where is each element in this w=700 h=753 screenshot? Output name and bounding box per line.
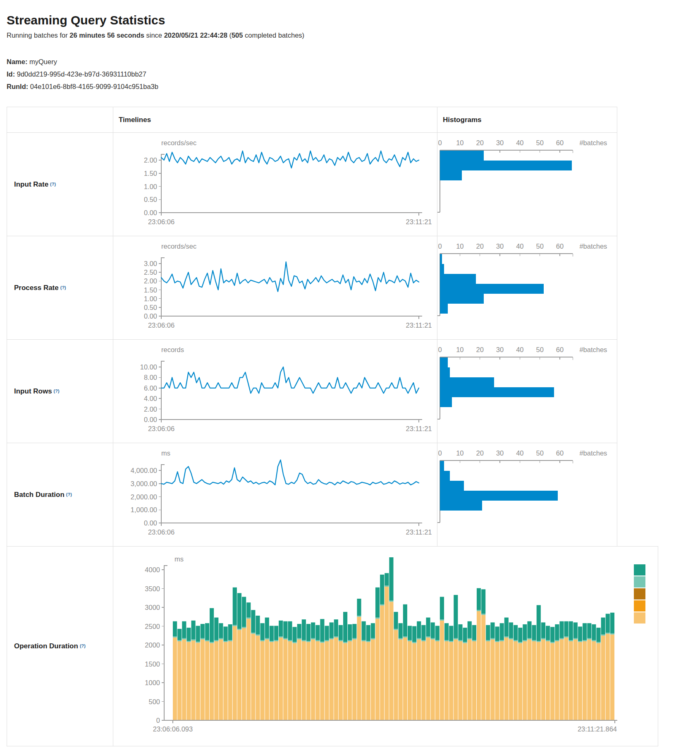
input-rows-help-icon[interactable]: (?) bbox=[54, 388, 60, 393]
stacked-bar-segment bbox=[454, 638, 458, 640]
stacked-bar-segment bbox=[514, 625, 518, 640]
query-name-label: Name: bbox=[7, 58, 27, 65]
query-name-value: myQuery bbox=[29, 58, 57, 65]
hist-bar bbox=[440, 254, 442, 264]
stacked-bar-segment bbox=[265, 639, 269, 720]
stacked-bar-segment bbox=[343, 643, 347, 720]
stacked-bar-segment bbox=[274, 626, 278, 640]
table-header-row: Timelines Histograms bbox=[7, 107, 617, 133]
stacked-bar-segment bbox=[385, 573, 389, 585]
hist-tick-label: 50 bbox=[536, 449, 543, 457]
input-rate-timeline-chart: records/sec2.001.501.000.500.0023:06:062… bbox=[113, 133, 437, 236]
stacked-bar-segment bbox=[490, 622, 495, 638]
stacked-bar-segment bbox=[518, 643, 522, 720]
stacked-bar-segment bbox=[541, 639, 545, 720]
hist-tick-label: 30 bbox=[496, 449, 504, 457]
hist-bar bbox=[440, 264, 444, 274]
input-rows-histogram-svg: 0102030405060#batches bbox=[437, 340, 617, 443]
stacked-bar-segment bbox=[371, 623, 375, 638]
stacked-bar-segment bbox=[449, 642, 453, 720]
stacked-bar-segment bbox=[399, 638, 403, 640]
process-rate-label: Process Rate(?) bbox=[7, 236, 113, 339]
stacked-bar-segment bbox=[270, 626, 274, 641]
stacked-bar-segment bbox=[546, 640, 550, 641]
stacked-bar-segment bbox=[555, 641, 559, 720]
stacked-bar-segment bbox=[371, 639, 375, 720]
stacked-bar-segment bbox=[334, 638, 338, 720]
stacked-bar-segment bbox=[573, 622, 578, 638]
stacked-bar-segment bbox=[601, 618, 605, 635]
stacked-bar-segment bbox=[177, 641, 182, 720]
x-right-label: 23:11:21 bbox=[406, 321, 432, 329]
stacked-bar-segment bbox=[233, 588, 237, 625]
hist-tick-label: 0 bbox=[438, 139, 442, 146]
stacked-bar-segment bbox=[191, 640, 196, 720]
stacked-bar-segment bbox=[210, 643, 214, 720]
process-rate-histogram-cell: 0102030405060#batches bbox=[437, 236, 617, 339]
process-rate-timeline-svg: records/sec3.002.502.001.501.000.500.002… bbox=[113, 236, 437, 339]
stacked-bar-segment bbox=[399, 623, 403, 638]
stacked-bar-segment bbox=[426, 636, 430, 638]
y-tick-label: 500 bbox=[148, 698, 160, 705]
stacked-bar-segment bbox=[214, 618, 218, 640]
stacked-bar-segment bbox=[546, 641, 550, 720]
stacked-bar-segment bbox=[444, 640, 449, 641]
stacked-bar-segment bbox=[357, 617, 361, 720]
x-left-label: 23:06:06.093 bbox=[153, 725, 193, 733]
operation-duration-legend bbox=[634, 564, 645, 624]
legend-swatch bbox=[634, 564, 645, 576]
stacked-bar-segment bbox=[527, 639, 531, 720]
batch-duration-help-icon[interactable]: (?) bbox=[66, 492, 72, 497]
stacked-bar-segment bbox=[270, 642, 274, 720]
operation-duration-label: Operation Duration(?) bbox=[7, 547, 113, 746]
stacked-bar-segment bbox=[527, 621, 531, 638]
stacked-bar-segment bbox=[297, 624, 301, 638]
input-rows-histogram-cell: 0102030405060#batches bbox=[437, 340, 617, 443]
stacked-bar-segment bbox=[237, 593, 241, 628]
stacked-bar-segment bbox=[380, 605, 384, 720]
query-runid-label: RunId: bbox=[7, 83, 28, 90]
stacked-bar-segment bbox=[559, 621, 564, 638]
stacked-bar-segment bbox=[573, 639, 578, 720]
stacked-bar-segment bbox=[279, 638, 283, 720]
hist-bar bbox=[440, 294, 484, 304]
y-tick-label: 1.00 bbox=[144, 295, 157, 302]
stacked-bar-segment bbox=[385, 587, 389, 720]
legend-swatch bbox=[634, 588, 645, 600]
hist-tick-label: 20 bbox=[476, 242, 483, 250]
input-rate-label: Input Rate(?) bbox=[7, 133, 113, 236]
stacked-bar-segment bbox=[288, 641, 292, 720]
input-rate-timeline-svg: records/sec2.001.501.000.500.0023:06:062… bbox=[113, 133, 437, 236]
input-rate-help-icon[interactable]: (?) bbox=[50, 182, 56, 187]
stacked-bar-segment bbox=[472, 640, 476, 641]
stacked-bar-segment bbox=[274, 640, 278, 641]
stacked-bar-segment bbox=[449, 626, 453, 641]
stacked-bar-segment bbox=[532, 641, 536, 720]
hist-bar bbox=[440, 387, 554, 397]
summary-paren-close: completed batches) bbox=[243, 31, 304, 39]
stacked-bar-segment bbox=[412, 626, 416, 642]
stacked-bar-segment bbox=[357, 599, 361, 616]
unit-label: ms bbox=[174, 555, 184, 563]
stacked-bar-segment bbox=[311, 639, 315, 720]
stacked-bar-segment bbox=[375, 588, 380, 618]
stacked-bar-segment bbox=[477, 611, 481, 720]
process-rate-timeline-cell: records/sec3.002.502.001.501.000.500.002… bbox=[113, 236, 437, 339]
stacked-bar-segment bbox=[293, 627, 297, 642]
y-tick-label: 0.00 bbox=[144, 209, 157, 216]
operation-duration-chart: ms4000350030002500200015001000500023:06:… bbox=[113, 547, 658, 746]
operation-duration-help-icon[interactable]: (?) bbox=[80, 643, 86, 648]
query-metadata: Name: myQuery Id: 9d0dd219-995d-423e-b97… bbox=[7, 55, 158, 93]
y-tick-label: 0.00 bbox=[144, 416, 157, 423]
stacked-bar-segment bbox=[205, 641, 209, 720]
stacked-bar-segment bbox=[306, 641, 311, 642]
row-process-rate: Process Rate(?) records/sec3.002.502.001… bbox=[7, 236, 617, 340]
stacked-bar-segment bbox=[173, 638, 177, 720]
stacked-bar-segment bbox=[219, 639, 223, 720]
timeline-line bbox=[161, 460, 419, 485]
process-rate-help-icon[interactable]: (?) bbox=[60, 285, 66, 290]
y-tick-label: 2000 bbox=[145, 641, 160, 649]
stacked-bar-segment bbox=[214, 641, 218, 720]
stacked-bar-segment bbox=[440, 597, 444, 620]
stacked-bar-segment bbox=[444, 641, 449, 720]
